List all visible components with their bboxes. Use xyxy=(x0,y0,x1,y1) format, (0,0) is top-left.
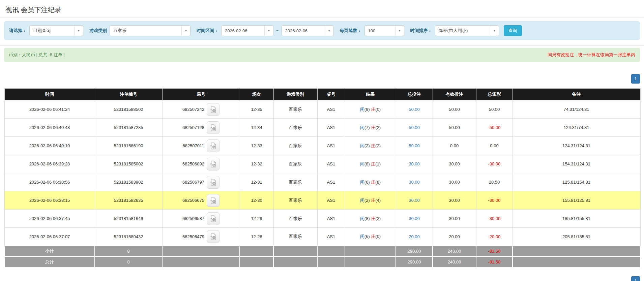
cell-bet-id: 523181582635 xyxy=(95,191,162,210)
table-body: 2026-02-06 06:41:24 523181588502 6825072… xyxy=(4,100,640,246)
result-banker-label: 庄 xyxy=(371,143,375,148)
video-replay-button[interactable] xyxy=(207,194,219,207)
video-replay-button[interactable] xyxy=(207,103,219,116)
empty-cell xyxy=(345,246,396,257)
pagination-page-1[interactable]: 1 xyxy=(631,74,640,84)
round-number: 682507242 xyxy=(182,107,204,112)
video-replay-button[interactable] xyxy=(207,121,219,134)
result-banker-label: 庄 xyxy=(371,125,375,130)
total-bet-link[interactable]: 50.00 xyxy=(409,143,420,148)
cell-round: 682507128 xyxy=(162,119,240,137)
game-type-select[interactable]: 百家乐 ▼ xyxy=(110,25,191,36)
cell-table-no: AS1 xyxy=(317,173,345,191)
result-banker-label: 庄 xyxy=(371,161,375,166)
query-mode-value: 日期查询 xyxy=(33,28,51,34)
subtotal-valid-bet: 240.00 xyxy=(433,246,476,257)
cell-payout: -50.00 xyxy=(476,119,513,137)
caret-down-icon: ▼ xyxy=(325,26,333,36)
video-file-icon xyxy=(209,124,217,131)
total-bet-link[interactable]: 20.00 xyxy=(409,234,420,239)
cell-result: 闲(8) 庄(2) xyxy=(345,210,396,228)
result-banker-number: (1) xyxy=(375,161,381,166)
search-button[interactable]: 查询 xyxy=(504,25,522,36)
cell-valid-bet: 50.00 xyxy=(433,119,476,137)
cell-round: 682506892 xyxy=(162,155,240,173)
result-player-number: (6) xyxy=(364,234,370,239)
cell-note: 125.81/154.31 xyxy=(513,173,640,191)
total-bet-link[interactable]: 30.00 xyxy=(409,161,420,166)
currency-summary-text: 币别：人民币 | 总共 :8 注单 | xyxy=(9,52,65,58)
total-label: 总计 xyxy=(4,257,95,268)
column-header-0: 时间 xyxy=(4,89,95,100)
video-file-icon xyxy=(209,215,217,222)
cell-session: 12-35 xyxy=(240,100,273,119)
table-head: 时间注单编号局号场次游戏类别桌号结果总投注有效投注总派彩备注 xyxy=(4,89,640,100)
column-header-5: 桌号 xyxy=(317,89,345,100)
video-replay-button[interactable] xyxy=(207,139,219,152)
cell-bet-id: 523181588502 xyxy=(95,100,162,119)
cell-round: 682506675 xyxy=(162,191,240,210)
cell-total-bet: 50.00 xyxy=(396,137,433,155)
game-type-value: 百家乐 xyxy=(113,28,126,34)
total-count: 8 xyxy=(95,257,162,268)
column-header-2: 局号 xyxy=(162,89,240,100)
total-bet-link[interactable]: 50.00 xyxy=(409,107,420,112)
cell-round: 682506797 xyxy=(162,173,240,191)
table-row: 2026-02-06 06:38:15 523181582635 6825066… xyxy=(4,191,640,210)
video-file-icon xyxy=(209,160,217,168)
video-file-icon xyxy=(209,106,217,113)
result-banker-label: 庄 xyxy=(371,234,375,239)
result-banker-label: 庄 xyxy=(371,107,375,112)
cell-valid-bet: 30.00 xyxy=(433,191,476,210)
subtotal-label: 小计 xyxy=(4,246,95,257)
cell-total-bet: 50.00 xyxy=(396,100,433,119)
cell-payout: -30.00 xyxy=(476,191,513,210)
date-from-value: 2026-02-06 xyxy=(225,28,247,33)
empty-cell xyxy=(162,257,240,268)
date-from-select[interactable]: 2026-02-06 ▼ xyxy=(221,25,273,36)
cell-payout: -30.00 xyxy=(476,155,513,173)
total-bet-link[interactable]: 30.00 xyxy=(409,180,420,185)
query-mode-select[interactable]: 日期查询 ▼ xyxy=(29,25,83,36)
time-sort-value: 降幂(由大到小) xyxy=(439,28,468,34)
cell-table-no: AS1 xyxy=(317,210,345,228)
cell-time: 2026-02-06 06:39:28 xyxy=(4,155,95,173)
date-to-select[interactable]: 2026-02-06 ▼ xyxy=(282,25,334,36)
cell-note: 155.81/125.81 xyxy=(513,191,640,210)
cell-session: 12-28 xyxy=(240,228,273,246)
column-header-4: 游戏类别 xyxy=(273,89,317,100)
empty-cell xyxy=(240,257,273,268)
pagination-page-1[interactable]: 1 xyxy=(631,276,640,281)
cell-table-no: AS1 xyxy=(317,137,345,155)
cell-time: 2026-02-06 06:37:07 xyxy=(4,228,95,246)
total-bet-link[interactable]: 30.00 xyxy=(409,216,420,221)
cell-game-type: 百家乐 xyxy=(273,100,317,119)
date-to-value: 2026-02-06 xyxy=(285,28,308,33)
cell-round: 682507242 xyxy=(162,100,240,119)
cell-note: 185.81/155.81 xyxy=(513,210,640,228)
filter-label-range: 时间区间： xyxy=(197,28,218,34)
video-replay-button[interactable] xyxy=(207,158,219,170)
video-replay-button[interactable] xyxy=(207,230,219,243)
cell-session: 12-33 xyxy=(240,137,273,155)
video-file-icon xyxy=(209,179,217,186)
subtotal-count: 8 xyxy=(95,246,162,257)
page-title: 视讯 会员下注纪录 xyxy=(0,0,644,18)
cell-note: 74.31/124.31 xyxy=(513,100,640,119)
per-page-select[interactable]: 100 ▼ xyxy=(364,25,404,36)
divider xyxy=(0,18,644,18)
empty-cell xyxy=(513,257,640,268)
video-replay-button[interactable] xyxy=(207,212,219,225)
cell-session: 12-34 xyxy=(240,119,273,137)
empty-cell xyxy=(240,246,273,257)
time-sort-select[interactable]: 降幂(由大到小) ▼ xyxy=(435,25,499,36)
result-player-label: 闲 xyxy=(360,234,364,239)
video-replay-button[interactable] xyxy=(207,176,219,189)
result-banker-number: (0) xyxy=(375,107,381,112)
cell-bet-id: 523181583902 xyxy=(95,173,162,191)
result-player-label: 闲 xyxy=(360,143,364,148)
cell-game-type: 百家乐 xyxy=(273,173,317,191)
total-bet-link[interactable]: 50.00 xyxy=(409,125,420,130)
total-bet-link[interactable]: 30.00 xyxy=(409,198,420,203)
cell-table-no: AS1 xyxy=(317,191,345,210)
